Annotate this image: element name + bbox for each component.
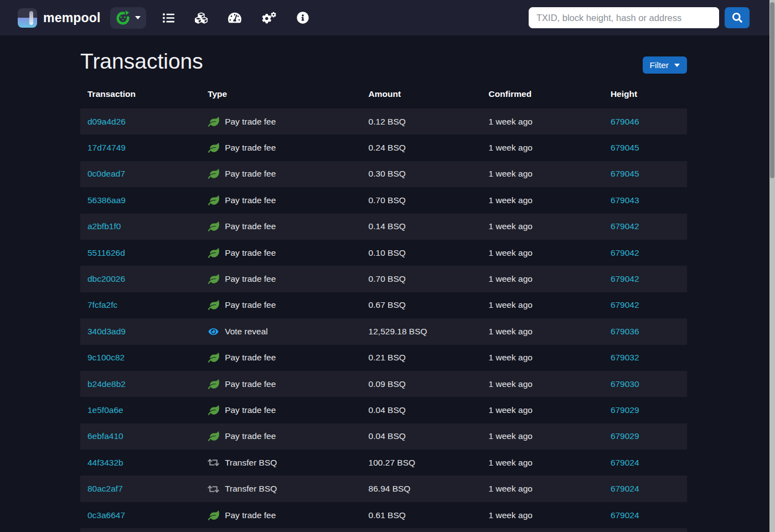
magnifier-icon	[732, 13, 742, 23]
block-height-link[interactable]: 679024	[611, 458, 639, 467]
block-height-link[interactable]: 679032	[611, 353, 639, 362]
leaf-icon	[208, 248, 219, 258]
search-button[interactable]	[725, 7, 750, 28]
type-label: Transfer BSQ	[225, 458, 277, 468]
transfer-icon	[208, 484, 219, 494]
confirmed-cell: 1 week ago	[489, 423, 611, 450]
brand[interactable]: mempool	[18, 8, 101, 28]
amount-cell: 0.30 BSQ	[369, 161, 489, 187]
txid-link[interactable]: dbc20026	[87, 274, 125, 283]
transactions-list-icon	[163, 12, 174, 24]
txid-link[interactable]: 340d3ad9	[87, 327, 126, 336]
nav-transactions-list[interactable]	[163, 12, 174, 24]
block-height-link[interactable]: 679045	[611, 143, 639, 152]
transactions-table: Transaction Type Amount Confirmed Height…	[80, 82, 687, 532]
table-header-row: Transaction Type Amount Confirmed Height	[80, 82, 687, 109]
txid-link[interactable]: b24de8b2	[87, 379, 126, 389]
table-row: a2bfb1f0 Pay trade fee 0.14 BSQ 1 week a…	[80, 214, 687, 240]
nav-dashboard[interactable]	[228, 12, 241, 24]
type-label: Pay trade fee	[225, 431, 276, 441]
confirmed-cell: 1 week ago	[489, 371, 611, 397]
txid-link[interactable]: 1e5f0a6e	[87, 405, 123, 415]
scrollbar-thumb[interactable]	[770, 2, 774, 178]
column-header-transaction: Transaction	[80, 82, 208, 109]
leaf-icon	[208, 379, 219, 389]
txid-link[interactable]: 0c3a6647	[87, 510, 125, 520]
block-height-link[interactable]: 679029	[611, 431, 639, 441]
block-height-link[interactable]: 679042	[611, 274, 639, 283]
nav-about[interactable]	[297, 12, 309, 24]
leaf-icon	[208, 274, 219, 284]
txid-link[interactable]: 17d74749	[87, 143, 126, 152]
amount-cell: 0.24 BSQ	[369, 135, 489, 161]
table-row: 7fcfa2fc Pay trade fee 0.67 BSQ 1 week a…	[80, 292, 687, 318]
confirmed-cell: 1 week ago	[489, 502, 611, 528]
leaf-icon	[208, 510, 219, 520]
confirmed-cell: 1 week ago	[489, 266, 611, 292]
amount-cell: 0.04 BSQ	[369, 423, 489, 450]
table-row: 44f3432b Transfer BSQ 100.27 BSQ 1 week …	[80, 450, 687, 476]
nav-settings[interactable]	[262, 12, 276, 24]
confirmed-cell: 1 week ago	[489, 318, 611, 344]
type-label: Pay trade fee	[225, 300, 276, 310]
block-height-link[interactable]: 679042	[611, 300, 639, 309]
amount-cell: 0.70 BSQ	[369, 187, 489, 213]
confirmed-cell: 1 week ago	[489, 161, 611, 187]
column-header-height: Height	[611, 82, 687, 109]
leaf-icon	[208, 300, 219, 310]
scrollbar[interactable]	[769, 0, 775, 532]
search-form	[529, 7, 750, 28]
block-height-link[interactable]: 679029	[611, 405, 639, 415]
table-row: 6ebfa410 Pay trade fee 0.04 BSQ 1 week a…	[80, 423, 687, 450]
type-label: Pay trade fee	[225, 143, 276, 153]
block-height-link[interactable]: 679045	[611, 169, 639, 178]
txid-link[interactable]: 9c100c82	[87, 353, 125, 362]
mempool-logo-icon	[18, 8, 37, 28]
txid-link[interactable]: 7fcfa2fc	[87, 300, 117, 309]
confirmed-cell: 1 week ago	[489, 109, 611, 135]
block-height-link[interactable]: 679046	[611, 117, 639, 126]
search-input[interactable]	[529, 7, 719, 28]
brand-name: mempool	[43, 11, 101, 25]
nav-blocks[interactable]	[195, 12, 208, 24]
blocks-icon	[195, 12, 208, 24]
block-height-link[interactable]: 679024	[611, 484, 639, 493]
network-selector-dropdown[interactable]	[110, 7, 146, 29]
settings-icon	[262, 12, 276, 24]
type-label: Pay trade fee	[225, 117, 276, 127]
txid-link[interactable]: 0c0dead7	[87, 169, 125, 178]
dashboard-icon	[228, 12, 241, 24]
column-header-amount: Amount	[369, 82, 489, 109]
amount-cell: 0.10 BSQ	[369, 240, 489, 266]
txid-link[interactable]: 6ebfa410	[87, 431, 123, 441]
main-content: Transactions Filter Transaction Type Amo…	[80, 35, 687, 532]
leaf-icon	[208, 431, 219, 441]
type-label: Transfer BSQ	[225, 484, 277, 494]
txid-link[interactable]: 44f3432b	[87, 458, 123, 467]
amount-cell: 0.21 BSQ	[369, 345, 489, 371]
page-title: Transactions	[80, 50, 203, 74]
txid-link[interactable]: d09a4d26	[87, 117, 126, 126]
txid-link[interactable]: 5511626d	[87, 248, 125, 257]
txid-link[interactable]: 80ac2af7	[87, 484, 123, 493]
confirmed-cell: 1 week ago	[489, 135, 611, 161]
amount-cell: 0.09 BSQ	[369, 371, 489, 397]
table-row: 0c3a6647 Pay trade fee 0.61 BSQ 1 week a…	[80, 502, 687, 528]
txid-link[interactable]: a2bfb1f0	[87, 221, 121, 231]
table-row: 9c100c82 Pay trade fee 0.21 BSQ 1 week a…	[80, 345, 687, 371]
confirmed-cell: 1 week ago	[489, 397, 611, 423]
block-height-link[interactable]: 679042	[611, 221, 639, 231]
amount-cell: 0.61 BSQ	[369, 502, 489, 528]
block-height-link[interactable]: 679043	[611, 195, 639, 205]
filter-button[interactable]: Filter	[643, 56, 687, 74]
block-height-link[interactable]: 679036	[611, 327, 639, 336]
eye-icon	[208, 327, 219, 336]
txid-link[interactable]: 56386aa9	[87, 195, 126, 205]
block-height-link[interactable]: 679030	[611, 379, 639, 389]
leaf-icon	[208, 117, 219, 127]
amount-cell: 0.04 BSQ	[369, 397, 489, 423]
block-height-link[interactable]: 679042	[611, 248, 639, 257]
nav-icons	[163, 12, 309, 24]
table-row: 0c0dead7 Pay trade fee 0.30 BSQ 1 week a…	[80, 161, 687, 187]
block-height-link[interactable]: 679024	[611, 510, 639, 520]
